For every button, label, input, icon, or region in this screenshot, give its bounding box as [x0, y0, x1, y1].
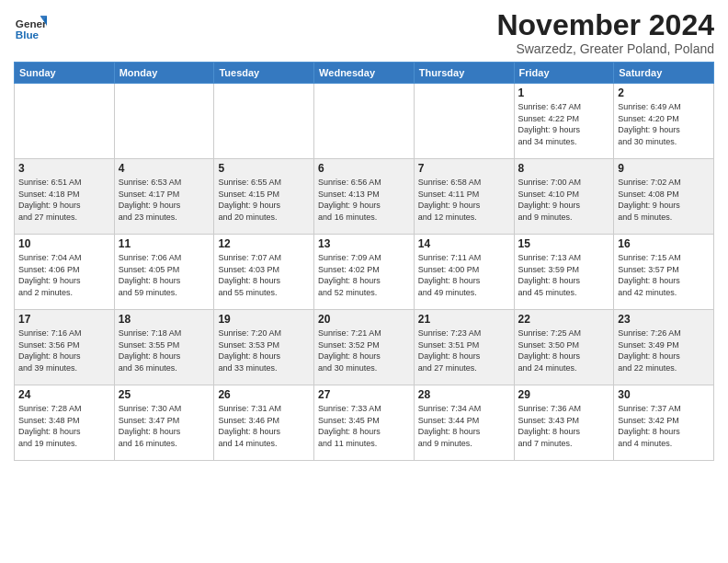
day-number: 6 [318, 162, 410, 175]
day-number: 29 [518, 388, 610, 401]
logo-icon: General Blue [14, 9, 47, 42]
calendar-cell: 18Sunrise: 7:18 AMSunset: 3:55 PMDayligh… [114, 310, 214, 385]
week-row-5: 24Sunrise: 7:28 AMSunset: 3:48 PMDayligh… [15, 385, 714, 461]
day-number: 19 [218, 313, 310, 326]
day-info: Sunrise: 7:34 AMSunset: 3:44 PMDaylight:… [418, 403, 510, 449]
calendar-cell: 22Sunrise: 7:25 AMSunset: 3:50 PMDayligh… [514, 310, 614, 385]
calendar-header-row: SundayMondayTuesdayWednesdayThursdayFrid… [15, 63, 714, 84]
calendar-cell: 10Sunrise: 7:04 AMSunset: 4:06 PMDayligh… [15, 235, 115, 310]
day-info: Sunrise: 7:00 AMSunset: 4:10 PMDaylight:… [518, 177, 610, 223]
header-saturday: Saturday [614, 63, 714, 84]
day-info: Sunrise: 7:25 AMSunset: 3:50 PMDaylight:… [518, 327, 610, 373]
day-number: 7 [418, 162, 510, 175]
day-number: 26 [218, 388, 310, 401]
calendar-cell: 21Sunrise: 7:23 AMSunset: 3:51 PMDayligh… [414, 310, 514, 385]
day-info: Sunrise: 7:16 AMSunset: 3:56 PMDaylight:… [18, 327, 110, 373]
day-number: 15 [518, 237, 610, 250]
day-info: Sunrise: 7:04 AMSunset: 4:06 PMDaylight:… [18, 252, 110, 298]
day-info: Sunrise: 7:31 AMSunset: 3:46 PMDaylight:… [218, 403, 310, 449]
day-info: Sunrise: 7:02 AMSunset: 4:08 PMDaylight:… [618, 177, 710, 223]
day-info: Sunrise: 7:13 AMSunset: 3:59 PMDaylight:… [518, 252, 610, 298]
day-number: 21 [418, 313, 510, 326]
week-row-1: 1Sunrise: 6:47 AMSunset: 4:22 PMDaylight… [15, 84, 714, 159]
calendar-cell [214, 84, 314, 159]
calendar-cell: 26Sunrise: 7:31 AMSunset: 3:46 PMDayligh… [214, 385, 314, 461]
calendar-cell: 30Sunrise: 7:37 AMSunset: 3:42 PMDayligh… [614, 385, 714, 461]
calendar-cell: 2Sunrise: 6:49 AMSunset: 4:20 PMDaylight… [614, 84, 714, 159]
day-number: 11 [119, 237, 210, 250]
day-info: Sunrise: 7:07 AMSunset: 4:03 PMDaylight:… [218, 252, 310, 298]
calendar-cell [15, 84, 115, 159]
day-info: Sunrise: 7:11 AMSunset: 4:00 PMDaylight:… [418, 252, 510, 298]
calendar-cell: 1Sunrise: 6:47 AMSunset: 4:22 PMDaylight… [514, 84, 614, 159]
day-number: 27 [318, 388, 410, 401]
day-info: Sunrise: 7:20 AMSunset: 3:53 PMDaylight:… [218, 327, 310, 373]
header-tuesday: Tuesday [214, 63, 314, 84]
calendar-cell: 15Sunrise: 7:13 AMSunset: 3:59 PMDayligh… [514, 235, 614, 310]
calendar-cell [414, 84, 514, 159]
header-friday: Friday [514, 63, 614, 84]
day-number: 24 [18, 388, 110, 401]
day-number: 8 [518, 162, 610, 175]
calendar-cell: 12Sunrise: 7:07 AMSunset: 4:03 PMDayligh… [214, 235, 314, 310]
day-info: Sunrise: 6:47 AMSunset: 4:22 PMDaylight:… [518, 101, 610, 147]
calendar-cell: 7Sunrise: 6:58 AMSunset: 4:11 PMDaylight… [414, 159, 514, 235]
day-info: Sunrise: 6:56 AMSunset: 4:13 PMDaylight:… [318, 177, 410, 223]
calendar-cell: 14Sunrise: 7:11 AMSunset: 4:00 PMDayligh… [414, 235, 514, 310]
calendar-table: SundayMondayTuesdayWednesdayThursdayFrid… [14, 62, 714, 461]
day-number: 1 [518, 86, 610, 99]
calendar-cell: 5Sunrise: 6:55 AMSunset: 4:15 PMDaylight… [214, 159, 314, 235]
day-info: Sunrise: 6:49 AMSunset: 4:20 PMDaylight:… [618, 101, 710, 147]
calendar-cell: 9Sunrise: 7:02 AMSunset: 4:08 PMDaylight… [614, 159, 714, 235]
day-number: 17 [18, 313, 110, 326]
day-number: 30 [618, 388, 710, 401]
day-number: 28 [418, 388, 510, 401]
week-row-2: 3Sunrise: 6:51 AMSunset: 4:18 PMDaylight… [15, 159, 714, 235]
calendar-cell: 6Sunrise: 6:56 AMSunset: 4:13 PMDaylight… [314, 159, 415, 235]
calendar-cell: 20Sunrise: 7:21 AMSunset: 3:52 PMDayligh… [314, 310, 415, 385]
day-info: Sunrise: 7:06 AMSunset: 4:05 PMDaylight:… [119, 252, 210, 298]
header-thursday: Thursday [414, 63, 514, 84]
day-info: Sunrise: 7:18 AMSunset: 3:55 PMDaylight:… [119, 327, 210, 373]
calendar-cell: 23Sunrise: 7:26 AMSunset: 3:49 PMDayligh… [614, 310, 714, 385]
day-info: Sunrise: 7:30 AMSunset: 3:47 PMDaylight:… [119, 403, 210, 449]
calendar-cell: 11Sunrise: 7:06 AMSunset: 4:05 PMDayligh… [114, 235, 214, 310]
header-monday: Monday [114, 63, 214, 84]
day-info: Sunrise: 6:53 AMSunset: 4:17 PMDaylight:… [119, 177, 210, 223]
day-info: Sunrise: 7:33 AMSunset: 3:45 PMDaylight:… [318, 403, 410, 449]
page-header: General Blue November 2024 Swarzedz, Gre… [14, 9, 714, 56]
day-number: 5 [218, 162, 310, 175]
day-number: 23 [618, 313, 710, 326]
week-row-3: 10Sunrise: 7:04 AMSunset: 4:06 PMDayligh… [15, 235, 714, 310]
calendar-cell: 25Sunrise: 7:30 AMSunset: 3:47 PMDayligh… [114, 385, 214, 461]
day-number: 25 [119, 388, 210, 401]
location-subtitle: Swarzedz, Greater Poland, Poland [496, 41, 714, 56]
day-number: 20 [318, 313, 410, 326]
title-block: November 2024 Swarzedz, Greater Poland, … [496, 9, 714, 56]
week-row-4: 17Sunrise: 7:16 AMSunset: 3:56 PMDayligh… [15, 310, 714, 385]
day-number: 3 [18, 162, 110, 175]
header-sunday: Sunday [15, 63, 115, 84]
calendar-cell [314, 84, 415, 159]
calendar-cell: 19Sunrise: 7:20 AMSunset: 3:53 PMDayligh… [214, 310, 314, 385]
calendar-cell: 3Sunrise: 6:51 AMSunset: 4:18 PMDaylight… [15, 159, 115, 235]
calendar-cell: 29Sunrise: 7:36 AMSunset: 3:43 PMDayligh… [514, 385, 614, 461]
day-info: Sunrise: 6:55 AMSunset: 4:15 PMDaylight:… [218, 177, 310, 223]
day-number: 22 [518, 313, 610, 326]
header-wednesday: Wednesday [314, 63, 415, 84]
calendar-cell: 27Sunrise: 7:33 AMSunset: 3:45 PMDayligh… [314, 385, 415, 461]
day-info: Sunrise: 7:21 AMSunset: 3:52 PMDaylight:… [318, 327, 410, 373]
logo: General Blue [14, 9, 47, 42]
day-number: 12 [218, 237, 310, 250]
day-info: Sunrise: 7:09 AMSunset: 4:02 PMDaylight:… [318, 252, 410, 298]
calendar-cell: 28Sunrise: 7:34 AMSunset: 3:44 PMDayligh… [414, 385, 514, 461]
calendar-cell: 4Sunrise: 6:53 AMSunset: 4:17 PMDaylight… [114, 159, 214, 235]
calendar-cell: 8Sunrise: 7:00 AMSunset: 4:10 PMDaylight… [514, 159, 614, 235]
day-info: Sunrise: 7:28 AMSunset: 3:48 PMDaylight:… [18, 403, 110, 449]
day-number: 14 [418, 237, 510, 250]
day-number: 10 [18, 237, 110, 250]
day-info: Sunrise: 6:51 AMSunset: 4:18 PMDaylight:… [18, 177, 110, 223]
day-info: Sunrise: 7:36 AMSunset: 3:43 PMDaylight:… [518, 403, 610, 449]
calendar-cell: 16Sunrise: 7:15 AMSunset: 3:57 PMDayligh… [614, 235, 714, 310]
day-number: 13 [318, 237, 410, 250]
